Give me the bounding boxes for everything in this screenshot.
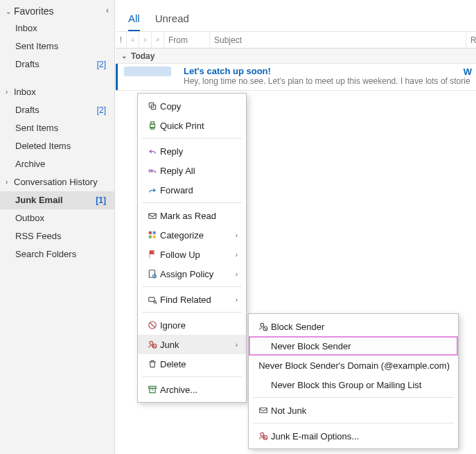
ctx-never-block-domain[interactable]: Never Block Sender's Domain (@example.co… bbox=[249, 356, 458, 375]
favorites-label: Favorites bbox=[14, 6, 54, 17]
group-label: Today bbox=[131, 51, 155, 61]
print-icon bbox=[145, 121, 160, 130]
copy-icon bbox=[145, 101, 160, 111]
ctx-never-block-sender[interactable]: Never Block Sender bbox=[249, 336, 458, 356]
message-row[interactable]: Let's catch up soon! W Hey, long time no… bbox=[116, 64, 476, 91]
svg-rect-8 bbox=[153, 232, 156, 234]
archive-icon bbox=[145, 385, 160, 394]
chevron-right-icon: › bbox=[236, 296, 238, 304]
svg-rect-4 bbox=[151, 122, 155, 125]
folder-sidebar: ‹ ⌄ Favorites Inbox Sent Items Drafts [2… bbox=[0, 0, 115, 454]
context-menu-junk: Block Sender Never Block Sender Never Bl… bbox=[248, 313, 459, 449]
ctx-follow-up[interactable]: Follow Up › bbox=[138, 245, 246, 264]
reply-all-icon bbox=[145, 166, 160, 175]
block-sender-icon bbox=[256, 322, 271, 331]
message-preview: Hey, long time no see. Let's plan to mee… bbox=[184, 76, 470, 86]
folder-deleted[interactable]: Deleted Items bbox=[0, 137, 114, 155]
ctx-delete[interactable]: Delete bbox=[138, 354, 246, 374]
ctx-forward[interactable]: Forward bbox=[138, 180, 246, 200]
col-subject[interactable]: Subject bbox=[210, 32, 466, 48]
separator bbox=[142, 202, 242, 203]
svg-rect-9 bbox=[149, 236, 152, 238]
sender-redacted bbox=[124, 67, 171, 76]
chevron-right-icon: › bbox=[236, 341, 238, 349]
ignore-icon bbox=[145, 320, 160, 330]
ctx-not-junk[interactable]: Not Junk bbox=[249, 401, 458, 420]
svg-point-14 bbox=[154, 301, 157, 304]
message-received: W bbox=[464, 67, 472, 77]
separator bbox=[142, 286, 242, 287]
separator bbox=[253, 423, 454, 424]
ctx-never-block-group[interactable]: Never Block this Group or Mailing List bbox=[249, 375, 458, 394]
folder-search-folders[interactable]: Search Folders bbox=[0, 245, 114, 263]
col-importance[interactable]: ! bbox=[116, 32, 127, 48]
favorites-header[interactable]: ⌄ Favorites bbox=[0, 0, 114, 19]
group-today[interactable]: ⌄ Today bbox=[116, 49, 476, 64]
folder-drafts-fav[interactable]: Drafts [2] bbox=[0, 55, 114, 73]
chevron-right-icon: › bbox=[236, 232, 238, 239]
col-attachment[interactable] bbox=[152, 32, 164, 48]
tab-unread[interactable]: Unread bbox=[155, 12, 189, 31]
bell-icon bbox=[131, 36, 134, 44]
folder-inbox-fav[interactable]: Inbox bbox=[0, 19, 114, 37]
folder-sent-fav[interactable]: Sent Items bbox=[0, 37, 114, 55]
col-flag[interactable] bbox=[139, 32, 152, 48]
column-header-row: ! From Subject R bbox=[116, 32, 476, 49]
chevron-down-icon: ⌄ bbox=[121, 52, 127, 60]
ctx-find-related[interactable]: Find Related › bbox=[138, 290, 246, 309]
separator bbox=[142, 138, 242, 139]
svg-rect-0 bbox=[144, 39, 146, 42]
policy-icon bbox=[145, 269, 160, 279]
flag-icon bbox=[145, 250, 160, 259]
separator bbox=[142, 376, 242, 377]
svg-rect-22 bbox=[260, 408, 267, 413]
ctx-reply[interactable]: Reply bbox=[138, 141, 246, 161]
svg-rect-7 bbox=[149, 232, 152, 234]
svg-rect-5 bbox=[151, 128, 155, 129]
folder-inbox[interactable]: › Inbox bbox=[0, 83, 114, 101]
favorites-list: Inbox Sent Items Drafts [2] bbox=[0, 19, 114, 79]
junk-icon bbox=[145, 340, 160, 349]
ctx-mark-read[interactable]: Mark as Read bbox=[138, 206, 246, 225]
ctx-categorize[interactable]: Categorize › bbox=[138, 225, 246, 245]
svg-rect-6 bbox=[149, 213, 157, 218]
ctx-junk[interactable]: Junk › bbox=[138, 335, 246, 354]
folder-sent[interactable]: Sent Items bbox=[0, 119, 114, 137]
ctx-block-sender[interactable]: Block Sender bbox=[249, 317, 458, 336]
chevron-right-icon: › bbox=[6, 86, 14, 98]
chevron-down-icon: ⌄ bbox=[6, 8, 14, 15]
svg-rect-3 bbox=[150, 124, 155, 128]
folder-drafts[interactable]: Drafts [2] bbox=[0, 101, 114, 119]
separator bbox=[142, 312, 242, 313]
svg-rect-11 bbox=[149, 270, 155, 278]
importance-icon: ! bbox=[120, 35, 122, 45]
folder-tree: › Inbox Drafts [2] Sent Items Deleted It… bbox=[0, 79, 114, 269]
folder-archive[interactable]: Archive bbox=[0, 155, 114, 173]
svg-rect-19 bbox=[150, 388, 155, 392]
collapse-sidebar-icon[interactable]: ‹ bbox=[106, 6, 109, 15]
col-reminder[interactable] bbox=[127, 32, 139, 48]
separator bbox=[253, 397, 454, 398]
tab-all[interactable]: All bbox=[128, 12, 140, 31]
folder-rss[interactable]: RSS Feeds bbox=[0, 227, 114, 245]
ctx-assign-policy[interactable]: Assign Policy › bbox=[138, 264, 246, 283]
ctx-copy[interactable]: Copy bbox=[138, 96, 246, 116]
delete-icon bbox=[145, 359, 160, 369]
svg-point-20 bbox=[261, 323, 264, 326]
categorize-icon bbox=[145, 230, 160, 240]
ctx-quick-print[interactable]: Quick Print bbox=[138, 116, 246, 135]
folder-outbox[interactable]: Outbox bbox=[0, 209, 114, 227]
folder-junk-email[interactable]: Junk Email [1] bbox=[0, 191, 114, 209]
forward-icon bbox=[145, 185, 160, 195]
filter-tabs: All Unread bbox=[116, 0, 476, 32]
junk-options-icon bbox=[256, 431, 271, 441]
ctx-junk-options[interactable]: Junk E-mail Options... bbox=[249, 426, 458, 446]
ctx-ignore[interactable]: Ignore bbox=[138, 315, 246, 335]
col-from[interactable]: From bbox=[164, 32, 210, 48]
reply-icon bbox=[145, 146, 160, 156]
ctx-reply-all[interactable]: Reply All bbox=[138, 161, 246, 180]
folder-conversation-history[interactable]: › Conversation History bbox=[0, 173, 114, 191]
col-received[interactable]: R bbox=[466, 32, 476, 48]
not-junk-icon bbox=[256, 405, 271, 415]
ctx-archive[interactable]: Archive... bbox=[138, 380, 246, 399]
